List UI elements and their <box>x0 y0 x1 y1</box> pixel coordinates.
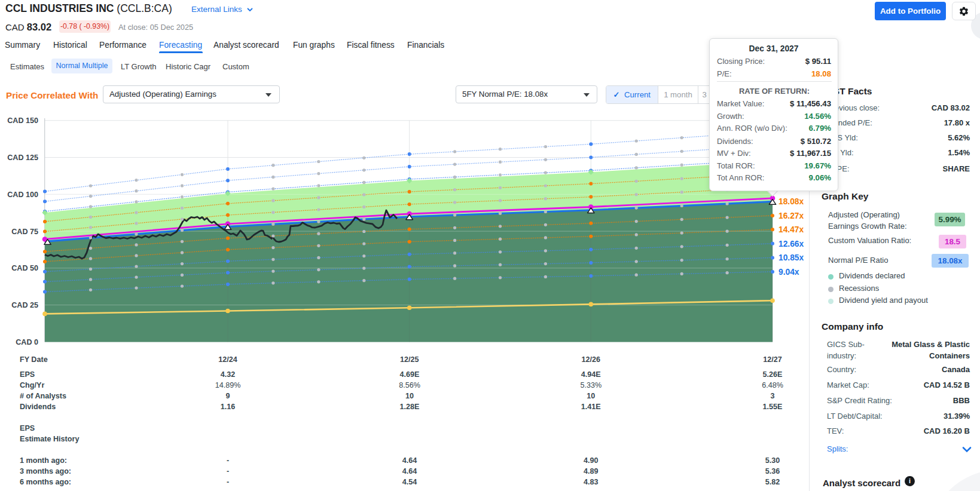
svg-text:CAD 150: CAD 150 <box>7 116 38 125</box>
svg-text:12/24: 12/24 <box>218 355 237 364</box>
svg-text:18.08x: 18.08x <box>778 197 804 206</box>
svg-text:CAD 0: CAD 0 <box>16 338 38 346</box>
svg-text:12.66x: 12.66x <box>778 240 804 248</box>
svg-text:16.27x: 16.27x <box>778 211 804 220</box>
svg-text:9.04x: 9.04x <box>778 268 799 277</box>
svg-text:CAD 25: CAD 25 <box>11 301 38 309</box>
svg-text:12/26: 12/26 <box>582 355 601 364</box>
svg-text:12/25: 12/25 <box>400 355 419 364</box>
svg-text:FY Date: FY Date <box>20 355 48 364</box>
svg-text:10.85x: 10.85x <box>778 253 804 262</box>
svg-text:14.47x: 14.47x <box>778 225 804 234</box>
svg-text:CAD 125: CAD 125 <box>7 154 38 162</box>
svg-text:CAD 100: CAD 100 <box>7 191 38 199</box>
svg-text:12/27: 12/27 <box>763 355 782 364</box>
svg-text:CAD 50: CAD 50 <box>11 264 38 272</box>
svg-text:CAD 75: CAD 75 <box>11 228 38 236</box>
